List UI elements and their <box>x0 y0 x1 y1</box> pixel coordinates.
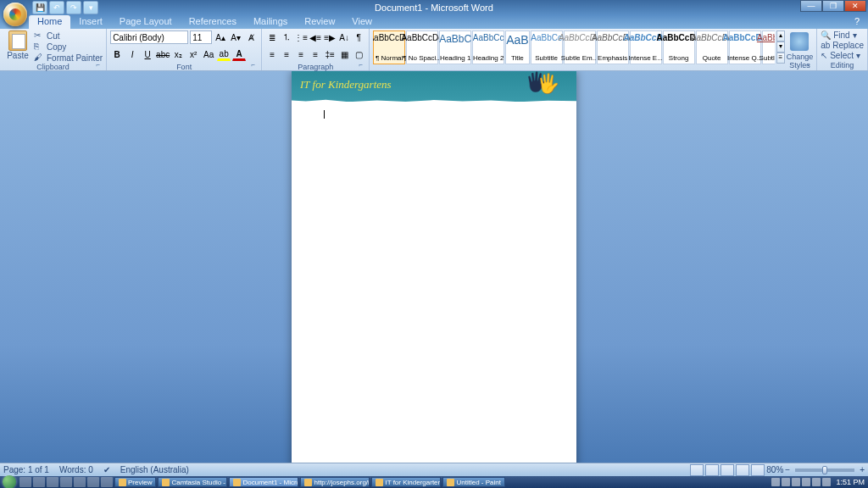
quicklaunch-icon[interactable] <box>33 477 45 487</box>
borders-button[interactable]: ▢ <box>352 47 365 61</box>
style-subtle-ref-[interactable]: AaBbCcDdSubtle Ref... <box>762 30 775 64</box>
taskbar-item[interactable]: http://josephs.org/i... <box>300 477 370 487</box>
tray-icon[interactable] <box>802 478 810 486</box>
shading-button[interactable]: ▦ <box>337 47 351 61</box>
select-button[interactable]: ↖Select ▾ <box>821 51 864 60</box>
tray-icon[interactable] <box>771 478 780 486</box>
page[interactable]: IT for Kindergartens 🖐 IT For Kindergart… <box>292 71 576 463</box>
qat-more[interactable]: ▾ <box>83 1 98 14</box>
taskbar-item[interactable]: Camtasia Studio - S... <box>158 477 227 487</box>
gallery-down[interactable]: ▾ <box>776 42 785 53</box>
status-proof-icon[interactable]: ✔ <box>103 465 110 474</box>
superscript-button[interactable]: x² <box>186 47 200 61</box>
zoom-level[interactable]: 80% <box>766 465 783 474</box>
line-spacing-button[interactable]: ‡≡ <box>323 47 337 61</box>
minimize-button[interactable]: — <box>800 0 822 12</box>
paste-button[interactable]: Paste <box>3 30 32 60</box>
zoom-out[interactable]: − <box>785 465 790 474</box>
find-button[interactable]: 🔍Find ▾ <box>821 30 864 40</box>
cut-button[interactable]: ✂Cut <box>34 30 103 41</box>
clipboard-dialog-launcher[interactable]: ⌐ <box>96 61 104 69</box>
increase-indent-button[interactable]: ≡▶ <box>323 30 337 44</box>
view-outline[interactable] <box>736 464 749 476</box>
change-case-button[interactable]: Aa <box>202 47 215 61</box>
paragraph-dialog-launcher[interactable]: ⌐ <box>359 61 367 69</box>
view-draft[interactable] <box>751 464 765 476</box>
office-button[interactable] <box>3 3 27 26</box>
shrink-font-button[interactable]: A▾ <box>229 30 242 44</box>
gallery-scroll[interactable]: ▴ ▾ ≡ <box>776 30 785 64</box>
qat-redo[interactable]: ↷ <box>66 1 81 14</box>
tab-mailings[interactable]: Mailings <box>245 15 296 29</box>
taskbar-item[interactable]: Preview <box>114 477 156 487</box>
replace-button[interactable]: abReplace <box>821 41 864 50</box>
view-print-layout[interactable] <box>690 464 704 476</box>
style-heading-2[interactable]: AaBbCcHeading 2 <box>472 30 504 64</box>
close-button[interactable]: ✕ <box>844 0 866 12</box>
font-size-combo[interactable]: 11 <box>190 30 212 44</box>
gallery-up[interactable]: ▴ <box>776 30 785 42</box>
view-web-layout[interactable] <box>721 464 734 476</box>
status-words[interactable]: Words: 0 <box>59 465 93 474</box>
tray-icon[interactable] <box>812 478 821 486</box>
styles-dialog-launcher[interactable]: ⌐ <box>806 61 815 69</box>
align-left-button[interactable]: ≡ <box>265 47 279 61</box>
sort-button[interactable]: A↓ <box>337 30 351 44</box>
font-dialog-launcher[interactable]: ⌐ <box>251 61 259 69</box>
start-button[interactable] <box>3 475 16 488</box>
tab-view[interactable]: View <box>343 15 381 29</box>
tab-home[interactable]: Home <box>29 15 70 29</box>
qat-undo[interactable]: ↶ <box>49 1 64 14</box>
zoom-slider[interactable] <box>795 469 854 472</box>
status-page[interactable]: Page: 1 of 1 <box>3 465 49 474</box>
strike-button[interactable]: abc <box>156 47 170 61</box>
highlight-button[interactable]: ab <box>217 47 231 61</box>
bullets-button[interactable]: ≣ <box>265 30 279 44</box>
help-button[interactable]: ? <box>849 15 865 29</box>
zoom-in[interactable]: + <box>860 465 865 474</box>
tab-review[interactable]: Review <box>296 15 343 29</box>
clock[interactable]: 1:51 PM <box>836 478 865 486</box>
underline-button[interactable]: U <box>141 47 154 61</box>
taskbar-item[interactable]: Untitled - Paint <box>442 477 504 487</box>
status-language[interactable]: English (Australia) <box>120 465 189 474</box>
tab-page-layout[interactable]: Page Layout <box>111 15 181 29</box>
style-heading-1[interactable]: AaBbCHeading 1 <box>439 30 471 64</box>
copy-button[interactable]: ⎘Copy <box>34 42 103 52</box>
qat-save[interactable]: 💾 <box>32 1 47 14</box>
tray-icon[interactable] <box>782 478 790 486</box>
show-marks-button[interactable]: ¶ <box>352 30 365 44</box>
quicklaunch-icon[interactable] <box>19 477 31 487</box>
tray-icon[interactable] <box>822 478 831 486</box>
numbering-button[interactable]: ⒈ <box>280 30 293 44</box>
clear-formatting-button[interactable]: Ⱥ <box>244 30 258 44</box>
quicklaunch-icon[interactable] <box>47 477 58 487</box>
bold-button[interactable]: B <box>110 47 124 61</box>
quicklaunch-icon[interactable] <box>87 477 99 487</box>
subscript-button[interactable]: x₂ <box>171 47 185 61</box>
tray-icon[interactable] <box>792 478 800 486</box>
view-full-reading[interactable] <box>705 464 719 476</box>
style--no-spaci-[interactable]: AaBbCcDd¶ No Spaci... <box>406 30 438 64</box>
taskbar-item[interactable]: Document1 - Micro... <box>229 477 298 487</box>
font-name-combo[interactable]: Calibri (Body) <box>110 30 188 44</box>
justify-button[interactable]: ≡ <box>309 47 322 61</box>
maximize-button[interactable]: ❐ <box>822 0 844 12</box>
tab-insert[interactable]: Insert <box>70 15 111 29</box>
quicklaunch-icon[interactable] <box>74 477 86 487</box>
style-title[interactable]: AaBTitle <box>505 30 529 64</box>
align-right-button[interactable]: ≡ <box>294 47 308 61</box>
italic-button[interactable]: I <box>125 47 139 61</box>
align-center-button[interactable]: ≡ <box>280 47 293 61</box>
decrease-indent-button[interactable]: ◀≡ <box>309 30 322 44</box>
font-color-button[interactable]: A <box>232 47 246 61</box>
quicklaunch-icon[interactable] <box>101 477 113 487</box>
styles-gallery[interactable]: AaBbCcDd¶ NormalAaBbCcDd¶ No Spaci...AaB… <box>373 30 775 64</box>
format-painter-button[interactable]: 🖌Format Painter <box>34 53 103 63</box>
gallery-more[interactable]: ≡ <box>776 53 785 64</box>
quicklaunch-icon[interactable] <box>60 477 72 487</box>
multilevel-button[interactable]: ⋮≡ <box>294 30 308 44</box>
taskbar-item[interactable]: IT for Kindergartens ... <box>371 477 441 487</box>
tab-references[interactable]: References <box>181 15 245 29</box>
grow-font-button[interactable]: A▴ <box>214 30 227 44</box>
